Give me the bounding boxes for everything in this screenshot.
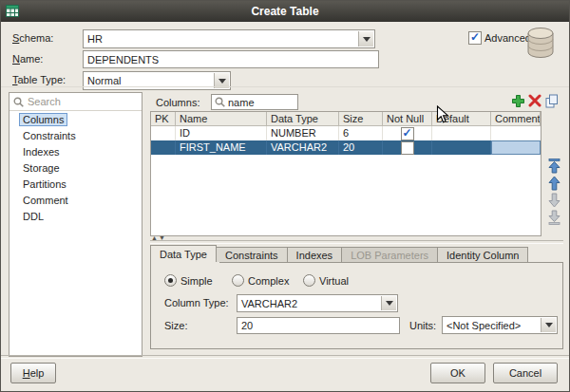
- tab-identity-column[interactable]: Identity Column: [438, 247, 528, 263]
- arrow-to-top-icon: [547, 159, 561, 174]
- move-to-bottom-button[interactable]: [547, 210, 561, 225]
- cell-not-null: [383, 140, 432, 155]
- chevron-down-icon: [363, 37, 370, 42]
- column-filter-value: name: [228, 97, 255, 108]
- sidebar-item-partitions[interactable]: Partitions: [10, 176, 142, 192]
- header-pk[interactable]: PK: [151, 112, 176, 126]
- cell-comment: [491, 126, 541, 140]
- name-input[interactable]: DEPENDENTS: [83, 50, 379, 68]
- database-icon: [525, 26, 556, 62]
- sidebar-item-indexes[interactable]: Indexes: [10, 143, 142, 159]
- cell-default: [432, 126, 491, 140]
- sidebar-item-ddl[interactable]: DDL: [10, 208, 142, 224]
- column-type-dropdown-button[interactable]: [381, 296, 396, 310]
- title-bar[interactable]: Create Table: [1, 1, 569, 22]
- help-button[interactable]: Help: [10, 363, 56, 383]
- chevron-down-icon: [545, 323, 553, 327]
- tab-lob-parameters: LOB Parameters: [342, 247, 438, 263]
- detail-tabs: Data Type Constraints Indexes LOB Parame…: [150, 245, 528, 263]
- schema-value: HR: [87, 33, 103, 45]
- header-data-type[interactable]: Data Type: [267, 112, 339, 126]
- radio-icon: [232, 274, 244, 287]
- name-label: Name:: [12, 53, 43, 65]
- column-filter-input[interactable]: name: [211, 94, 298, 110]
- table-icon: [6, 5, 19, 19]
- copy-icon: [545, 94, 559, 108]
- window-title: Create Table: [251, 5, 318, 18]
- table-type-select[interactable]: Normal: [83, 71, 231, 90]
- not-null-checkbox[interactable]: [401, 141, 414, 155]
- table-type-label: Table Type:: [12, 74, 66, 85]
- chevron-down-icon: [386, 301, 393, 306]
- radio-complex-label: Complex: [248, 275, 289, 287]
- radio-virtual-label: Virtual: [319, 275, 349, 287]
- table-row[interactable]: FIRST_NAME VARCHAR2 20: [151, 140, 541, 155]
- cell-data-type: NUMBER: [267, 126, 339, 140]
- name-value: DEPENDENTS: [87, 54, 159, 65]
- columns-table: PK Name Data Type Size Not Null Default …: [150, 111, 542, 236]
- advanced-checkbox[interactable]: [468, 31, 482, 45]
- schema-select[interactable]: HR: [83, 29, 375, 48]
- create-table-dialog: Create Table Schema: HR Advanced Name: D…: [0, 0, 570, 392]
- column-type-label: Column Type:: [164, 297, 229, 308]
- move-down-button[interactable]: [547, 193, 561, 208]
- cell-name: ID: [176, 126, 267, 140]
- move-up-button[interactable]: [547, 176, 561, 191]
- units-value: <Not Specified>: [446, 320, 521, 331]
- table-row[interactable]: ID NUMBER 6: [151, 126, 541, 140]
- schema-dropdown-button[interactable]: [358, 31, 373, 47]
- table-type-value: Normal: [87, 75, 121, 86]
- delete-column-button[interactable]: [527, 93, 542, 108]
- cancel-button[interactable]: Cancel: [493, 363, 558, 383]
- units-label: Units:: [409, 320, 436, 331]
- radio-complex[interactable]: Complex: [232, 274, 289, 287]
- sidebar-item-storage[interactable]: Storage: [10, 159, 142, 176]
- cell-not-null: [383, 126, 432, 140]
- sidebar-item-constraints[interactable]: Constraints: [10, 127, 142, 143]
- schema-label: Schema:: [12, 32, 53, 44]
- search-icon: [13, 97, 24, 107]
- arrow-up-icon: [547, 176, 561, 191]
- move-to-top-button[interactable]: [547, 159, 561, 174]
- columns-section-label: Columns:: [156, 97, 200, 108]
- sidebar-item-comment[interactable]: Comment: [10, 192, 142, 208]
- footer-separator: [1, 355, 569, 359]
- radio-icon: [164, 274, 177, 287]
- cell-size: 20: [339, 140, 383, 155]
- tab-data-type[interactable]: Data Type: [150, 245, 217, 263]
- not-null-checkbox[interactable]: [401, 127, 414, 140]
- header-comment[interactable]: Comment: [491, 112, 541, 126]
- header-name[interactable]: Name: [176, 112, 267, 126]
- advanced-label: Advanced: [484, 32, 531, 44]
- search-icon: [215, 97, 225, 107]
- copy-column-button[interactable]: [544, 93, 560, 108]
- units-dropdown-button[interactable]: [541, 318, 556, 332]
- ok-button[interactable]: OK: [430, 363, 485, 383]
- splitter[interactable]: [150, 240, 563, 244]
- arrow-down-icon: [547, 193, 561, 208]
- add-column-button[interactable]: [510, 93, 525, 108]
- table-header-row: PK Name Data Type Size Not Null Default …: [151, 112, 541, 126]
- column-type-select[interactable]: VARCHAR2: [237, 294, 398, 312]
- units-select[interactable]: <Not Specified>: [442, 316, 558, 334]
- tree-search-placeholder: Search: [28, 96, 61, 107]
- header-size[interactable]: Size: [339, 112, 383, 126]
- cell-pk: [151, 126, 176, 140]
- cell-size: 6: [339, 126, 383, 140]
- size-input[interactable]: 20: [237, 317, 400, 334]
- navigation-tree: Search Columns Constraints Indexes Stora…: [9, 92, 142, 357]
- radio-simple[interactable]: Simple: [164, 274, 213, 287]
- tab-constraints[interactable]: Constraints: [217, 247, 288, 263]
- header-default[interactable]: Default: [432, 112, 491, 126]
- sidebar-item-columns[interactable]: Columns: [10, 111, 142, 127]
- header-not-null[interactable]: Not Null: [383, 112, 432, 126]
- tree-search-input[interactable]: Search: [10, 93, 142, 111]
- radio-virtual[interactable]: Virtual: [303, 274, 349, 287]
- column-type-value: VARCHAR2: [241, 298, 297, 309]
- cell-comment: [491, 140, 541, 155]
- x-icon: [528, 94, 542, 107]
- tab-indexes[interactable]: Indexes: [288, 247, 343, 263]
- cell-data-type: VARCHAR2: [267, 140, 339, 155]
- cell-pk: [151, 140, 176, 155]
- separator: [1, 86, 569, 87]
